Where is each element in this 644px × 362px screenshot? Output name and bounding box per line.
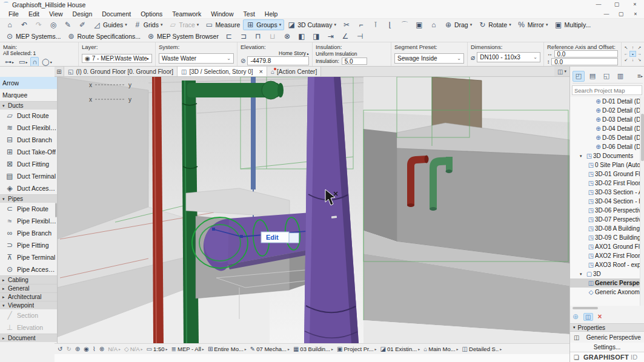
trim-button[interactable]: ✂ (339, 19, 354, 30)
grids-button[interactable]: # Grids ▾ (130, 19, 166, 30)
quick-option-1-50[interactable]: ▭ 1:50 ▸ (145, 346, 170, 352)
navigator-more-button[interactable]: ≡ ▸ (637, 73, 643, 79)
tool-marquee[interactable]: Marquee (0, 89, 57, 101)
mep-tool-6[interactable]: ◧ (294, 31, 309, 42)
quick-option-nav-back[interactable]: ↺ (56, 346, 64, 352)
quick-option-detailed-s[interactable]: ◫ Detailed S.. ▸ (460, 346, 504, 352)
tool-pipe-branch[interactable]: ∞ Pipe Branch (0, 227, 57, 239)
tool-document[interactable]: ▸ Document (0, 334, 57, 342)
redo-button[interactable]: ↷ (32, 19, 46, 30)
main-option-magnet[interactable]: ∩ (30, 57, 39, 66)
publisher-tab[interactable]: ▥ (614, 71, 626, 82)
tab-ground-floor[interactable]: ◱ (I) 0. Ground Floor [0. Ground Floor] (64, 67, 178, 76)
menu-teamwork[interactable]: Teamwork (167, 10, 206, 18)
tree-item-3d-08-a-building-se[interactable]: ◳ 3D-08 A Building se (570, 224, 640, 233)
align-tool-1[interactable]: ⇥ (324, 31, 338, 42)
layout-book-tab[interactable]: ◱ (600, 71, 612, 82)
tool-arrow[interactable]: Arrow (0, 77, 57, 89)
tree-item-axo1-ground-floor[interactable]: ◳ AXO1 Ground Floor (570, 242, 640, 251)
anchor-item[interactable]: ↘ (636, 57, 643, 63)
mep-tool-4[interactable]: ⊔ (265, 31, 280, 42)
align-tool-3[interactable]: ⊣ (353, 31, 367, 42)
3d-viewport[interactable]: x y x y Edit (58, 77, 569, 343)
anchor-item[interactable]: ↑ (629, 45, 636, 51)
quick-option-n-a[interactable]: ◇ N/A ▸ (122, 346, 145, 352)
quick-option-orbit[interactable]: ◉ (82, 346, 91, 352)
tree-item-d-05-detail-drawin[interactable]: ⊕ D-05 Detail (Drawin (570, 133, 640, 142)
tool-elevation[interactable]: ⊥ Elevation (0, 321, 57, 334)
edit-tooltip[interactable]: Edit (261, 232, 299, 243)
split-button[interactable]: ⊺ (368, 19, 383, 30)
quick-option-03-buildin[interactable]: ▦ 03 Buildin... ▸ (291, 346, 335, 352)
tree-item-3d-03-section-a-a[interactable]: ◳ 3D-03 Section - A (A (570, 188, 640, 197)
drag-button[interactable]: ⊕ Drag ▾ (441, 19, 475, 30)
mep-tool-2[interactable]: ⊐ (236, 31, 251, 42)
pick-up-parameters-button[interactable]: ✎ (61, 19, 75, 30)
mirror-button[interactable]: % Mirror ▾ (514, 19, 551, 30)
menu-document[interactable]: Document (97, 10, 136, 18)
route-specifications-button[interactable]: ⊚ Route Specifications... (64, 31, 144, 42)
tree-item-generic-axonometry[interactable]: ◇ Generic Axonometry (570, 288, 640, 297)
tree-item-3d-04-section-b-a[interactable]: ◳ 3D-04 Section - B (A (570, 197, 640, 206)
tree-item-d-03-detail-drawin[interactable]: ⊕ D-03 Detail (Drawin (570, 115, 640, 124)
tree-item-d-01-detail-drawin[interactable]: ⊕ D-01 Detail (Drawin (570, 97, 640, 106)
main-option-element-shape[interactable]: ◯ ▾ (40, 57, 53, 66)
layer-field[interactable]: ◉ 7 - MEP.Waste Water ▸ (82, 54, 152, 63)
quick-option-07-mecha[interactable]: ✎ 07 Mecha... ▸ (248, 346, 291, 352)
quick-option-mep-all[interactable]: ≣ MEP - All ▸ (170, 346, 206, 352)
home-story-button[interactable]: Home Story (279, 50, 306, 56)
menu-edit[interactable]: Edit (24, 10, 44, 18)
tree-item-3d-documents[interactable]: ▾ ◳ 3D Documents (570, 151, 640, 160)
graphisoft-id-bar[interactable]: ❏ GRAPHISOFTID (570, 352, 644, 362)
tool-pipes[interactable]: ▾ Pipes (0, 194, 57, 203)
anchor-item[interactable]: ↙ (623, 57, 629, 63)
anchor-item[interactable]: ↖ (623, 45, 629, 51)
tool-pipe-accessory[interactable]: ⊙ Pipe Accessory (0, 263, 57, 275)
tool-general[interactable]: ▸ General (0, 284, 57, 292)
tree-item-3d[interactable]: ▾ ▢ 3D (570, 269, 640, 278)
maximize-button[interactable]: ▢ (608, 0, 626, 9)
anchor-item[interactable]: → (636, 51, 643, 57)
tool-section[interactable]: ╱ Section (0, 309, 57, 321)
segment-preset-dropdown[interactable]: Sewage Inside ⌄ (394, 53, 464, 64)
mep-tool-5[interactable]: ⊗ (280, 31, 294, 42)
tool-pipe-flexible-se[interactable]: ≈ Pipe Flexible Se... (0, 215, 57, 227)
anchor-item[interactable]: ↗ (636, 45, 643, 51)
menu-test[interactable]: Test (239, 10, 260, 18)
undo-button[interactable]: ↶ (17, 19, 32, 30)
elevation-field[interactable]: -4479.8 (247, 56, 309, 65)
offset-x-field[interactable]: 0.0 (554, 50, 619, 58)
insulation-value-field[interactable]: 5.0 (342, 58, 367, 65)
anchor-item[interactable]: ↓ (629, 57, 636, 63)
dimensions-dropdown[interactable]: DN100 - 110x3 ⌄ (477, 52, 540, 62)
tool-pipe-fitting[interactable]: ⊃ Pipe Fitting (0, 239, 57, 251)
tree-hscrollbar-thumb[interactable] (573, 307, 598, 309)
quick-option-main-mo[interactable]: ⌂ Main Mo... ▸ (422, 346, 460, 352)
tree-item-generic-perspective[interactable]: ◫ Generic Perspective (570, 278, 640, 288)
view-map-tab[interactable]: ▤ (586, 71, 599, 82)
minimize-button[interactable]: — (589, 0, 608, 9)
anchor-item[interactable]: ← (623, 51, 629, 57)
tool-cabling[interactable]: ▸ Cabling (0, 275, 57, 284)
tool-duct-branch[interactable]: ⊟ Duct Branch (0, 134, 57, 146)
groups-button[interactable]: ⊞ Groups ▾ (243, 19, 284, 30)
tree-item-axo3-roof-explod[interactable]: ◳ AXO3 Roof - explod (570, 260, 640, 269)
intersect-button[interactable]: ⌊ (383, 19, 397, 30)
delete-viewpoint-button[interactable]: × (598, 312, 602, 321)
guides-button[interactable]: ◿ Guides ▾ (90, 19, 130, 30)
mep-tool-1[interactable]: ⊏ (222, 31, 236, 42)
mep-system-browser-button[interactable]: ⊛ MEP System Browser (144, 31, 222, 42)
properties-header[interactable]: ▾ Properties (570, 323, 644, 332)
quick-option-nav-forward[interactable]: ↻ (64, 346, 73, 352)
tree-item-3d-02-first-floor-a[interactable]: ◳ 3D-02 First Floor (A (570, 179, 640, 188)
doc-close-button[interactable]: × (628, 10, 643, 19)
multiply-button[interactable]: ▣ Multiply... (551, 19, 594, 30)
close-button[interactable]: × (626, 0, 644, 9)
quick-option-01-existin[interactable]: ◪ 01 Existin... ▸ (379, 346, 422, 352)
quick-option-explore[interactable]: ⌇ (91, 346, 98, 352)
quick-option-n-a[interactable]: N/A ▸ (106, 346, 122, 352)
mep-systems-button[interactable]: ⊙ MEP Systems... (2, 31, 64, 42)
tree-scrollbar[interactable] (640, 97, 644, 306)
mep-tool-7[interactable]: ◨ (309, 31, 324, 42)
tab-action-center[interactable]: ⌂ [Action Center] (267, 67, 321, 76)
